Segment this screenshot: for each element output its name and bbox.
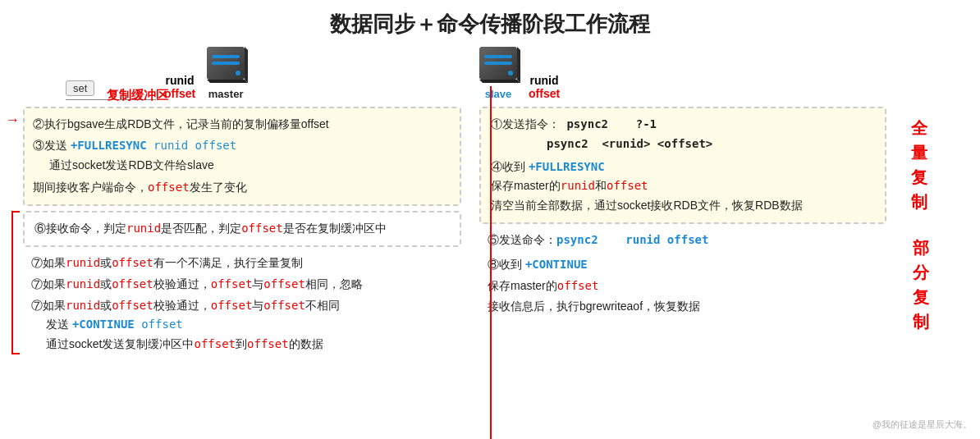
- vertical-divider: [490, 86, 492, 439]
- step6-text: ⑥接收命令，判定runid是否匹配，判定offset是否在复制缓冲区中: [34, 219, 450, 239]
- svg-marker-6: [207, 80, 248, 83]
- partial-rep-label-area: 部分复制: [913, 254, 929, 317]
- right-header: slave runid offset: [468, 45, 936, 100]
- step2-text: ②执行bgsave生成RDB文件，记录当前的复制偏移量offset: [33, 115, 453, 135]
- svg-marker-12: [517, 47, 520, 83]
- step-mid-text: 期间接收客户端命令，offset发生了变化: [33, 178, 453, 198]
- full-replication-right-box: ①发送指令： psync2 ?-1 psync2 <runid> <offset…: [479, 107, 886, 224]
- left-runid-label: runid: [166, 74, 195, 87]
- left-bracket-bottom: [11, 353, 20, 354]
- repbuf-label: 复制缓冲区: [107, 88, 168, 102]
- svg-rect-2: [212, 55, 240, 58]
- partial-replication-right-area: ⑧收到 +CONTINUE 保存master的offset 接收信息后，执行bg…: [479, 254, 886, 317]
- page-title: 数据同步＋命令传播阶段工作流程: [0, 0, 980, 45]
- watermark: @我的征途是星辰大海。: [872, 418, 972, 431]
- step3-text: ③发送 +FULLRESYNC runid offset: [33, 136, 453, 156]
- step1-text: ①发送指令： psync2 ?-1: [491, 115, 875, 135]
- step8c-text: 接收信息后，执行bgrewriteaof，恢复数据: [479, 295, 886, 317]
- master-server-icon: [204, 45, 248, 88]
- repbuf-area: 复制缓冲区: [107, 88, 168, 103]
- set-button[interactable]: set: [66, 80, 94, 96]
- step8-text: ⑧收到 +CONTINUE: [479, 254, 886, 275]
- step2-label: ②执行bgsave生成RDB文件，记录当前的复制偏移量offset: [33, 117, 329, 130]
- slave-label: slave: [485, 88, 512, 100]
- svg-point-11: [508, 71, 513, 75]
- left-bracket-line: [11, 211, 13, 354]
- right-server-info: runid offset: [529, 74, 560, 100]
- left-arrow: →: [5, 112, 20, 129]
- left-offset-label: offset: [164, 87, 195, 100]
- step3b-text: 通过socket发送RDB文件给slave: [33, 156, 453, 176]
- svg-point-4: [236, 71, 240, 75]
- right-offset-label: offset: [529, 87, 560, 100]
- step4b-text: 保存master的runid和offset: [491, 176, 875, 196]
- partial-replication-left-area: ⑥接收命令，判定runid是否匹配，判定offset是否在复制缓冲区中 ⑦如果r…: [23, 211, 461, 354]
- step7c-text: ⑦如果runid或offset校验通过，offset与offset不相同: [23, 295, 461, 316]
- slave-server: slave: [476, 45, 520, 100]
- svg-rect-3: [212, 62, 240, 65]
- svg-marker-5: [245, 47, 248, 83]
- left-header: set runid offset: [0, 45, 468, 100]
- left-server-info: runid offset: [164, 74, 195, 100]
- step7c3-text: 通过socket发送复制缓冲区中offset到offset的数据: [23, 335, 461, 354]
- step4c-text: 清空当前全部数据，通过socket接收RDB文件，恢复RDB数据: [491, 196, 875, 216]
- svg-rect-10: [484, 62, 512, 65]
- step5-text: ⑤发送命令：psync2 runid offset: [479, 227, 886, 254]
- step7b-text: ⑦如果runid或offset校验通过，offset与offset相同，忽略: [23, 273, 461, 295]
- partial-rep-label: 部分复制: [913, 236, 929, 334]
- step1b-text: psync2 <runid> <offset>: [491, 135, 875, 154]
- svg-marker-13: [479, 80, 520, 83]
- left-section: → ②执行bgsave生成RDB文件，记录当前的复制偏移量offset ③发送 …: [0, 103, 468, 354]
- step7c2-text: 发送 +CONTINUE offset: [23, 315, 461, 335]
- svg-rect-9: [484, 55, 512, 58]
- right-section: ①发送指令： psync2 ?-1 psync2 <runid> <offset…: [468, 103, 936, 354]
- full-rep-label: 全量复制: [911, 116, 927, 214]
- slave-server-icon: [476, 45, 520, 88]
- step6-box: ⑥接收命令，判定runid是否匹配，判定offset是否在复制缓冲区中: [23, 211, 461, 247]
- full-replication-left-box: ②执行bgsave生成RDB文件，记录当前的复制偏移量offset ③发送 +F…: [23, 107, 461, 206]
- right-runid-label: runid: [530, 74, 559, 87]
- page-container: 数据同步＋命令传播阶段工作流程 set runid offset: [0, 0, 980, 439]
- master-server: master: [204, 45, 248, 100]
- step4-text: ④收到 +FULLRESYNC: [491, 158, 875, 177]
- full-rep-label-area: 全量复制: [911, 108, 927, 222]
- step8b-text: 保存master的offset: [479, 275, 886, 296]
- left-bracket-top: [11, 211, 20, 213]
- step7a-text: ⑦如果runid或offset有一个不满足，执行全量复制: [23, 250, 461, 273]
- master-label: master: [208, 88, 244, 100]
